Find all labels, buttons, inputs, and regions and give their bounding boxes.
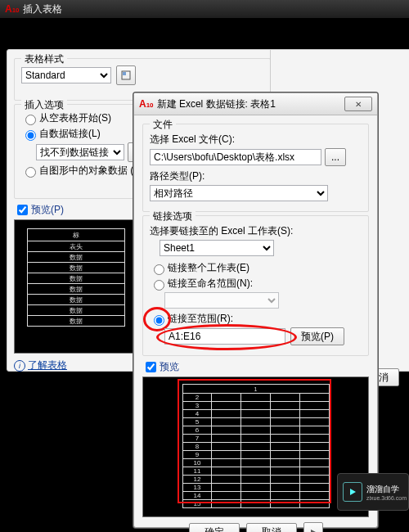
- dialog-title: 新建 Excel 数据链接: 表格1: [157, 97, 276, 111]
- file-path-input[interactable]: [150, 149, 321, 165]
- table-row: 数据: [28, 305, 125, 316]
- preview-header-cell: 标: [28, 229, 125, 241]
- learn-table-link[interactable]: 了解表格: [28, 358, 67, 372]
- ok-button[interactable]: 确定: [189, 523, 240, 532]
- play-icon: [343, 482, 362, 502]
- group-file: 文件 选择 Excel 文件(C): ... 路径类型(P): 相对路径: [142, 124, 369, 212]
- opt-whole-row[interactable]: 链接整个工作表(E): [150, 261, 362, 275]
- sheet-select[interactable]: Sheet1: [160, 240, 274, 256]
- svg-rect-1: [123, 72, 126, 75]
- table-row: 表头: [28, 241, 125, 252]
- group-caption-file: 文件: [150, 118, 176, 132]
- info-icon: i: [14, 360, 25, 372]
- dialog-preview-label: 预览: [160, 360, 179, 374]
- choose-file-label: 选择 Excel 文件(C):: [150, 133, 362, 147]
- preview-button[interactable]: 预览(P): [290, 327, 344, 345]
- named-range-select: [164, 292, 279, 309]
- dialog-preview-checkbox[interactable]: [146, 362, 156, 372]
- radio-object[interactable]: [25, 167, 36, 178]
- close-icon[interactable]: ✕: [344, 97, 372, 111]
- group-link-options: 链接选项 选择要链接至的 Excel 工作表(S): Sheet1 链接整个工作…: [142, 215, 369, 356]
- group-caption-insert: 插入选项: [21, 98, 67, 112]
- promo-name: 溜溜自学: [366, 484, 407, 495]
- promo-badge[interactable]: 溜溜自学 zixue.3d66.com: [337, 473, 409, 511]
- app-badge-icon: A10: [5, 3, 20, 15]
- opt-named-row[interactable]: 链接至命名范围(N):: [150, 277, 362, 291]
- method-caption: 插入方式: [272, 35, 312, 49]
- table-row: 数据: [28, 284, 125, 295]
- path-type-label: 路径类型(P):: [150, 169, 362, 183]
- datalink-select[interactable]: 找不到数据链接: [36, 144, 124, 160]
- preview-pane: 标 表头 数据 数据 数据 数据 数据 数据 数据: [14, 219, 138, 354]
- dialog-badge-icon: A10: [139, 98, 154, 110]
- group-caption-style: 表格样式: [21, 52, 67, 66]
- radio-link-label: 自数据链接(L): [39, 127, 101, 141]
- table-row: 1: [182, 385, 329, 394]
- table-row: 数据: [28, 316, 125, 327]
- new-link-dialog: A10 新建 Excel 数据链接: 表格1 ✕ 文件 选择 Excel 文件(…: [133, 92, 378, 528]
- expand-icon[interactable]: [303, 522, 323, 532]
- sheet-label: 选择要链接至的 Excel 工作表(S):: [150, 224, 362, 238]
- opt-range-row[interactable]: 链接至范围(R):: [150, 312, 362, 326]
- radio-named-label: 链接至命名范围(N):: [168, 277, 253, 291]
- dialog-cancel-button[interactable]: 取消: [246, 523, 297, 532]
- dialog-titlebar: A10 新建 Excel 数据链接: 表格1 ✕: [134, 93, 377, 115]
- radio-blank[interactable]: [25, 115, 36, 125]
- preview-checkbox[interactable]: [17, 205, 28, 215]
- group-caption-linkopt: 链接选项: [150, 210, 196, 223]
- table-row: 数据: [28, 295, 125, 305]
- radio-blank-label: 从空表格开始(S): [39, 111, 111, 125]
- radio-whole-label: 链接整个工作表(E): [168, 261, 249, 275]
- range-input[interactable]: [164, 328, 285, 345]
- radio-range-label: 链接至范围(R):: [168, 312, 233, 326]
- radio-cell-range[interactable]: [154, 315, 164, 326]
- promo-url: zixue.3d66.com: [366, 495, 407, 501]
- style-launch-icon[interactable]: [116, 65, 136, 85]
- parent-titlebar: A10 插入表格: [0, 0, 409, 18]
- dialog-preview-table: 1 2 3 4 5 6 7 8 9 10 11 12 13 14 15: [182, 384, 330, 508]
- dialog-preview-pane: 1 2 3 4 5 6 7 8 9 10 11 12 13 14 15: [142, 376, 369, 517]
- radio-link[interactable]: [25, 130, 36, 141]
- radio-named-range[interactable]: [154, 280, 164, 291]
- preview-table: 标 表头 数据 数据 数据 数据 数据 数据 数据: [27, 228, 125, 327]
- table-row: 数据: [28, 273, 125, 284]
- style-select[interactable]: Standard: [21, 67, 111, 83]
- browse-button[interactable]: ...: [325, 148, 346, 166]
- table-row: 数据: [28, 263, 125, 273]
- window-title: 插入表格: [23, 2, 62, 16]
- radio-whole-sheet[interactable]: [154, 264, 164, 275]
- table-row: 数据: [28, 252, 125, 263]
- preview-checkbox-label: 预览(P): [31, 203, 64, 217]
- dialog-preview-toggle[interactable]: 预览: [142, 359, 369, 375]
- path-type-select[interactable]: 相对路径: [150, 185, 328, 201]
